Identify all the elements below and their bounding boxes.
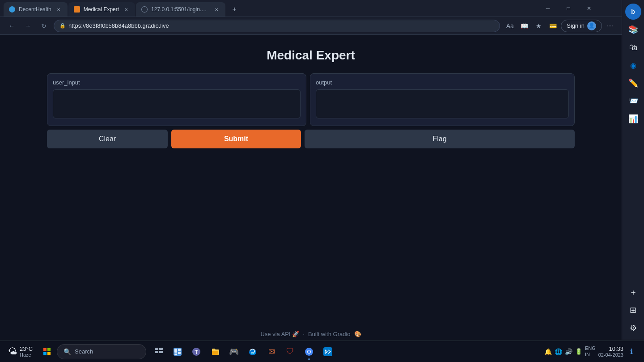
svg-rect-2 [43, 352, 47, 355]
footer-dot: · [303, 331, 305, 337]
taskbar-app-chrome[interactable] [300, 343, 318, 361]
favorites-button[interactable]: ★ [532, 20, 545, 32]
taskbar-search-bar[interactable]: 🔍 Search [57, 344, 146, 359]
minimize-button[interactable]: ─ [538, 1, 558, 16]
start-button[interactable] [39, 344, 55, 360]
tab-close-decenthealth[interactable]: ✕ [55, 6, 62, 13]
taskbar: 🌤 23°C Haze 🔍 Search [0, 341, 644, 362]
tab-login[interactable]: 127.0.0.1:5501/login.html ✕ [136, 2, 225, 17]
built-with-text: Built with Gradio [308, 331, 351, 337]
share-icon[interactable]: 📨 [625, 93, 641, 109]
browser-window: DecentHealth ✕ Medical Expert ✕ 127.0.0.… [0, 0, 622, 340]
collections-icon[interactable]: 📚 [625, 21, 641, 38]
taskbar-app-teams[interactable]: T [187, 343, 205, 361]
submit-button[interactable]: Submit [171, 130, 301, 148]
taskbar-app-xbox[interactable]: 🎮 [225, 343, 243, 361]
input-label: user_input [53, 79, 301, 86]
sidebar-bottom-icons: ＋ ⊞ ⚙ [625, 284, 641, 336]
tab-favicon-medical [74, 6, 80, 13]
forward-button[interactable]: → [21, 20, 34, 32]
sign-in-button[interactable]: Sign in 👤 [561, 20, 602, 32]
weather-icon: 🌤 [8, 346, 17, 357]
system-icons: 🔔 🌐 🔊 🔋 ENGIN [544, 345, 596, 357]
flag-button[interactable]: Flag [305, 130, 575, 148]
discover-icon[interactable]: 📊 [625, 111, 641, 127]
back-button[interactable]: ← [5, 20, 18, 32]
url-text: https://8e3f8f0b58b84a8bbb.gradio.live [68, 22, 169, 29]
svg-rect-3 [47, 352, 51, 355]
sidebar-settings-icon[interactable]: ⚙ [625, 320, 641, 336]
battery-icon[interactable]: 🔋 [575, 348, 582, 355]
address-bar: ← → ↻ 🔒 https://8e3f8f0b58b84a8bbb.gradi… [0, 17, 622, 35]
weather-temperature: 23°C [20, 345, 33, 352]
svg-rect-6 [155, 351, 158, 353]
notifications-icon[interactable]: 🔔 [544, 348, 552, 355]
weather-widget[interactable]: 🌤 23°C Haze [4, 345, 37, 358]
outlook-icon[interactable]: ◉ [625, 57, 641, 73]
volume-icon[interactable]: 🔊 [565, 348, 572, 355]
api-icon: 🚀 [292, 331, 299, 337]
immersive-reader-button[interactable]: 📖 [518, 20, 530, 32]
new-tab-button[interactable]: + [228, 3, 241, 16]
refresh-button[interactable]: ↻ [38, 20, 50, 32]
customize-sidebar-icon[interactable]: ⊞ [625, 302, 641, 318]
weather-description: Haze [20, 352, 33, 358]
api-link[interactable]: Use via API 🚀 [260, 331, 299, 337]
main-grid: user_input output [47, 73, 575, 126]
bing-icon[interactable]: b [625, 4, 641, 20]
tab-label-medical-expert: Medical Expert [84, 6, 119, 13]
network-icon[interactable]: 🌐 [555, 348, 562, 355]
user-input-field[interactable] [53, 89, 301, 118]
reader-mode-button[interactable]: Aa [504, 20, 516, 32]
tab-favicon-decenthealth [9, 6, 15, 13]
tools-icon[interactable]: ✏️ [625, 75, 641, 91]
tab-label-login: 127.0.0.1:5501/login.html [151, 6, 209, 13]
weather-info: 23°C Haze [20, 345, 33, 358]
taskbar-app-mail[interactable]: ✉ [263, 343, 280, 361]
tab-bar: DecentHealth ✕ Medical Expert ✕ 127.0.0.… [0, 0, 622, 17]
sign-in-label: Sign in [567, 22, 585, 29]
url-bar[interactable]: 🔒 https://8e3f8f0b58b84a8bbb.gradio.live [54, 20, 500, 32]
right-sidebar: b 📚 🛍 ◉ ✏️ 📨 📊 ＋ ⊞ ⚙ [622, 0, 644, 340]
taskbar-app-widgets[interactable] [169, 343, 186, 361]
svg-rect-4 [155, 348, 158, 350]
notification-center-icon[interactable]: ℹ [626, 346, 637, 357]
taskbar-app-taskview[interactable] [150, 343, 168, 361]
lock-icon: 🔒 [59, 23, 66, 29]
close-button[interactable]: ✕ [579, 1, 599, 16]
tab-decenthealth[interactable]: DecentHealth ✕ [4, 2, 68, 17]
input-panel: user_input [47, 73, 306, 126]
svg-rect-5 [159, 348, 163, 350]
tab-favicon-login [141, 6, 148, 13]
taskbar-app-edge[interactable] [244, 343, 262, 361]
maximize-button[interactable]: □ [558, 1, 579, 16]
clear-button[interactable]: Clear [47, 130, 168, 148]
svg-text:T: T [195, 349, 198, 355]
svg-point-19 [308, 350, 310, 353]
taskbar-app-vscode[interactable] [319, 343, 337, 361]
more-options-button[interactable]: ⋯ [604, 20, 616, 32]
taskbar-right: 🔔 🌐 🔊 🔋 ENGIN 10:33 02-04-2023 ℹ [544, 345, 640, 358]
page-content: Medical Expert user_input output Clear S… [0, 35, 622, 340]
output-label: output [316, 79, 569, 86]
tab-close-medical-expert[interactable]: ✕ [123, 6, 130, 13]
svg-rect-11 [178, 352, 181, 354]
tab-close-login[interactable]: ✕ [213, 6, 220, 13]
page-title: Medical Expert [267, 48, 355, 63]
tab-medical-expert[interactable]: Medical Expert ✕ [68, 2, 135, 17]
wallet-button[interactable]: 💳 [547, 20, 559, 32]
svg-rect-1 [47, 348, 51, 351]
shopping-icon[interactable]: 🛍 [625, 39, 641, 55]
taskbar-app-mcafee[interactable]: 🛡 [281, 343, 299, 361]
time-display: 10:33 [598, 345, 623, 352]
svg-rect-12 [174, 354, 177, 355]
taskbar-clock[interactable]: 10:33 02-04-2023 [598, 345, 623, 358]
buttons-row: Clear Submit Flag [47, 130, 575, 148]
window-controls: ─ □ ✕ [538, 0, 599, 17]
eng-locale: ENGIN [585, 345, 596, 357]
add-icon[interactable]: ＋ [625, 284, 641, 300]
taskbar-search-text: Search [75, 348, 93, 355]
taskbar-app-files[interactable] [206, 343, 224, 361]
toolbar-right: Aa 📖 ★ 💳 Sign in 👤 ⋯ [504, 20, 616, 32]
page-footer: Use via API 🚀 · Built with Gradio 🎨 [0, 331, 622, 337]
